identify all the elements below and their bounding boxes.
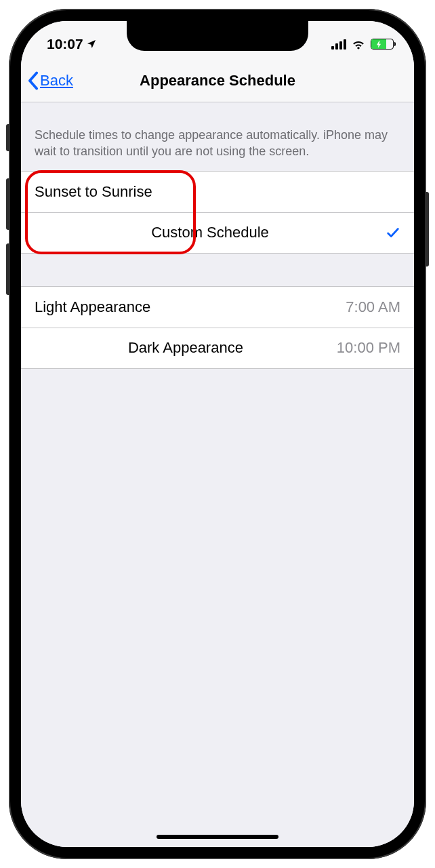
option-sunset-sunrise[interactable]: Sunset to Sunrise bbox=[21, 172, 414, 212]
status-left: 10:07 bbox=[47, 36, 97, 52]
status-time: 10:07 bbox=[47, 36, 83, 52]
chevron-left-icon bbox=[28, 71, 39, 90]
option-label: Sunset to Sunrise bbox=[35, 183, 152, 201]
phone-frame: 10:07 bbox=[9, 9, 426, 859]
time-settings-group: Light Appearance 7:00 AM Dark Appearance… bbox=[21, 286, 414, 369]
cellular-signal-icon bbox=[331, 39, 346, 50]
phone-volume-down bbox=[6, 243, 10, 295]
status-right bbox=[331, 39, 394, 50]
wifi-icon bbox=[351, 39, 366, 50]
phone-mute-switch bbox=[6, 124, 10, 151]
phone-volume-up bbox=[6, 178, 10, 230]
nav-bar: Back Appearance Schedule bbox=[21, 59, 414, 102]
group-gap bbox=[21, 254, 414, 286]
phone-power-button bbox=[425, 192, 429, 267]
option-label: Custom Schedule bbox=[151, 224, 269, 241]
row-value: 10:00 PM bbox=[337, 339, 400, 357]
back-label: Back bbox=[40, 72, 73, 90]
nav-title: Appearance Schedule bbox=[21, 72, 414, 90]
light-appearance-row[interactable]: Light Appearance 7:00 AM bbox=[21, 287, 414, 328]
row-label: Dark Appearance bbox=[128, 339, 243, 357]
screen: 10:07 bbox=[21, 21, 414, 847]
battery-icon bbox=[371, 39, 394, 50]
notch bbox=[127, 21, 308, 51]
back-button[interactable]: Back bbox=[28, 71, 73, 90]
row-label: Light Appearance bbox=[35, 298, 150, 316]
dark-appearance-row[interactable]: Dark Appearance 10:00 PM bbox=[21, 328, 414, 368]
location-arrow-icon bbox=[86, 39, 97, 50]
checkmark-icon bbox=[386, 225, 400, 240]
schedule-options-group: Sunset to Sunrise Custom Schedule bbox=[21, 171, 414, 254]
row-value: 7:00 AM bbox=[346, 298, 400, 316]
content[interactable]: Schedule times to change appearance auto… bbox=[21, 102, 414, 847]
option-custom-schedule[interactable]: Custom Schedule bbox=[21, 212, 414, 253]
section-description: Schedule times to change appearance auto… bbox=[21, 102, 414, 171]
home-indicator[interactable] bbox=[157, 835, 278, 839]
